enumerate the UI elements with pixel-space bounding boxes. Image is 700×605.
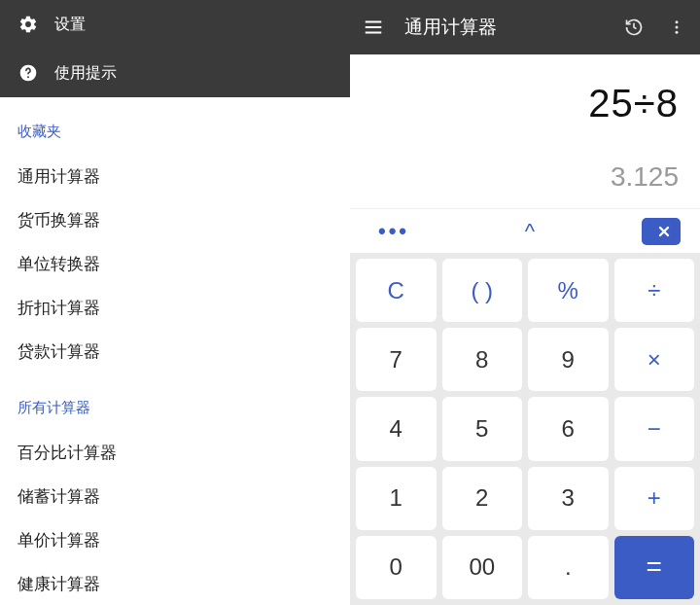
keypad: C ( ) % ÷ 7 8 9 × 4 5 6 − 1 2 3 + 0 00 .… xyxy=(350,253,700,605)
gear-icon xyxy=(18,14,39,35)
tips-label: 使用提示 xyxy=(54,63,117,84)
key-4[interactable]: 4 xyxy=(356,397,437,460)
key-7[interactable]: 7 xyxy=(356,328,437,391)
drawer-settings[interactable]: 设置 xyxy=(0,0,350,49)
svg-point-8 xyxy=(676,20,679,23)
drawer-item[interactable]: 通用计算器 xyxy=(18,155,332,198)
page-title: 通用计算器 xyxy=(404,15,603,40)
drawer-item[interactable]: 货币换算器 xyxy=(18,198,332,242)
drawer-item[interactable]: 百分比计算器 xyxy=(18,431,332,475)
drawer-item[interactable]: 单位转换器 xyxy=(18,242,332,286)
backspace-button[interactable] xyxy=(642,218,681,245)
result: 3.125 xyxy=(611,161,679,193)
key-dot[interactable]: . xyxy=(528,536,609,599)
expression: 25÷8 xyxy=(588,84,679,123)
drawer-item[interactable]: 健康计算器 xyxy=(18,562,332,605)
key-power[interactable]: ^ xyxy=(506,219,554,244)
key-0[interactable]: 0 xyxy=(356,536,437,599)
navigation-drawer: 设置 使用提示 收藏夹 通用计算器 货币换算器 单位转换器 折扣计算器 贷款计算… xyxy=(0,0,350,605)
drawer-item[interactable]: 折扣计算器 xyxy=(18,286,332,330)
key-subtract[interactable]: − xyxy=(614,397,695,460)
key-clear[interactable]: C xyxy=(356,259,437,322)
drawer-item[interactable]: 单价计算器 xyxy=(18,518,332,562)
key-3[interactable]: 3 xyxy=(528,467,609,530)
key-2[interactable]: 2 xyxy=(442,467,523,530)
all-calculators-heading: 所有计算器 xyxy=(18,399,332,417)
more-icon[interactable] xyxy=(665,16,688,39)
drawer-item[interactable]: 贷款计算器 xyxy=(18,330,332,374)
key-6[interactable]: 6 xyxy=(528,397,609,460)
svg-point-4 xyxy=(27,76,29,78)
key-00[interactable]: 00 xyxy=(442,536,523,599)
drawer-item[interactable]: 储蓄计算器 xyxy=(18,475,332,518)
key-equals[interactable]: = xyxy=(614,536,695,599)
svg-point-9 xyxy=(676,26,679,29)
key-multiply[interactable]: × xyxy=(614,328,695,391)
display: 25÷8 3.125 xyxy=(350,54,700,208)
key-paren[interactable]: ( ) xyxy=(442,259,523,322)
favorites-heading: 收藏夹 xyxy=(18,123,332,141)
settings-label: 设置 xyxy=(54,15,86,35)
key-1[interactable]: 1 xyxy=(356,467,437,530)
key-divide[interactable]: ÷ xyxy=(614,259,695,322)
help-icon xyxy=(18,62,39,84)
key-9[interactable]: 9 xyxy=(528,328,609,391)
menu-icon[interactable] xyxy=(362,16,385,39)
app-header: 通用计算器 xyxy=(350,0,700,54)
svg-point-10 xyxy=(676,31,679,34)
drawer-tips[interactable]: 使用提示 xyxy=(0,49,350,97)
key-add[interactable]: + xyxy=(614,467,695,530)
key-5[interactable]: 5 xyxy=(442,397,523,460)
display-toolbar: ••• ^ xyxy=(350,208,700,253)
more-functions-icon[interactable]: ••• xyxy=(369,219,418,244)
key-8[interactable]: 8 xyxy=(442,328,523,391)
key-percent[interactable]: % xyxy=(528,259,609,322)
calculator-app: 通用计算器 25÷8 3.125 ••• ^ C ( ) % ÷ 7 8 9 ×… xyxy=(350,0,700,605)
history-icon[interactable] xyxy=(622,16,646,39)
